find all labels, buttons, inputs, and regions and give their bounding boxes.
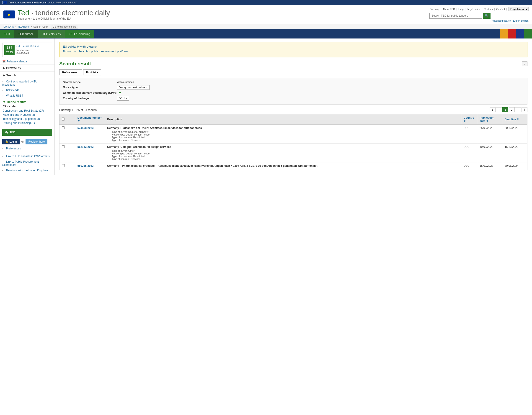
scope-row-scope: Search scope: Active notices <box>63 81 524 84</box>
cookies-link[interactable]: Cookies <box>484 8 493 10</box>
contact-link[interactable]: Contact <box>496 8 505 10</box>
page-last-btn[interactable]: ⟫ <box>522 107 527 112</box>
row-pubdate-1: 19/09/2023 <box>477 144 502 162</box>
cpv-filter-icon[interactable]: ▼ <box>118 91 122 95</box>
header: ★ Ted · tenders electronic daily Supplem… <box>0 5 532 24</box>
how-to-link[interactable]: How do you know? <box>56 1 77 4</box>
row-description-2: Germany – Pharmaceutical products – Absc… <box>105 162 461 170</box>
table-row: 574468-2023 Germany–Rüdesheim am Rhein: … <box>59 125 527 144</box>
expert-search-link[interactable]: Expert search <box>513 19 529 22</box>
print-list-button[interactable]: Print list ▾ <box>83 69 101 75</box>
tooltip-wrapper: Go to eTendering site <box>51 25 78 28</box>
scope-label: Search scope: <box>63 81 115 84</box>
legal-notice-link[interactable]: Legal notice <box>467 8 480 10</box>
nav-tab-simap[interactable]: TED SIMAP <box>14 30 38 38</box>
page-prev-btn[interactable]: ‹ <box>496 107 502 112</box>
advanced-search-link[interactable]: Advanced search <box>492 19 511 22</box>
notice-type-remove[interactable]: ✕ <box>146 86 148 89</box>
row-docnum-1: 562153-2023 <box>75 144 105 162</box>
my-ted-actions: 🔒 Log in or Register here <box>0 138 55 146</box>
rss-feeds-link[interactable]: RSS feeds <box>4 88 21 92</box>
header-deadline[interactable]: Deadline ⇕ <box>502 114 527 125</box>
etendering-tooltip-btn[interactable]: Go to eTendering site <box>51 25 78 28</box>
row-checkbox-0[interactable] <box>62 126 65 129</box>
showing-text: Showing 1 – 25 of 31 results <box>59 108 97 112</box>
sitemap-link[interactable]: Site map <box>429 8 439 10</box>
cpv-item-0[interactable]: Construction and Real Estate (27) <box>3 109 52 113</box>
header-pubdate[interactable]: Publication date ⇕ <box>477 114 502 125</box>
logo-text: Ted · tenders electronic daily Supplemen… <box>18 9 110 20</box>
results-table: Document number ▼ Description Country ⇕ … <box>59 114 527 170</box>
row-pubdate-2: 15/09/2023 <box>477 162 502 170</box>
page-2-btn[interactable]: 2 <box>509 107 515 112</box>
help-link[interactable]: Help <box>458 8 464 10</box>
page-next-btn[interactable]: › <box>515 107 521 112</box>
row-docnum-0: 574468-2023 <box>75 125 105 144</box>
relations-uk-link[interactable]: Relations with the United Kingdom <box>4 168 50 173</box>
row-checkbox-cell <box>59 144 67 162</box>
breadcrumb-ted-home[interactable]: TED home <box>18 25 30 28</box>
country-remove[interactable]: ✕ <box>125 97 127 100</box>
desc-buyer-1: Type of buyer: Other <box>107 149 459 152</box>
login-button[interactable]: 🔒 Log in <box>2 139 19 144</box>
header-country[interactable]: Country ⇕ <box>461 114 477 125</box>
cpv-item-3[interactable]: Printing and Publishing (1) <box>3 121 52 125</box>
link-procurement-link[interactable]: Link to Public Procurement Scoreboard <box>2 159 39 167</box>
search-row: 🔍 <box>429 13 529 19</box>
cpv-item-2[interactable]: Technology and Equipment (3) <box>3 117 52 121</box>
doc-link-1[interactable]: 562153-2023 <box>77 145 94 148</box>
link-csv-link[interactable]: Link to TED subsets in CSV formats <box>4 154 52 158</box>
language-selector[interactable]: English (en) <box>508 7 529 11</box>
cpv-scope-label: Common procurement vocabulary (CPV): <box>63 91 116 94</box>
color-block-2 <box>508 29 516 38</box>
nav-tab-enotices[interactable]: TED eNotices <box>38 30 65 38</box>
refine-search-button[interactable]: Refine search <box>59 69 82 75</box>
header-docnum[interactable]: Document number ▼ <box>75 114 105 125</box>
browse-by-toggle[interactable]: ▶ Browse by <box>3 66 52 70</box>
nav-tab-etendering[interactable]: TED eTendering <box>65 30 94 38</box>
page-first-btn[interactable]: ⟪ <box>490 107 495 112</box>
preferences-link[interactable]: Preferences <box>4 146 23 151</box>
search-input[interactable] <box>429 13 482 19</box>
select-all-checkbox[interactable] <box>62 118 65 120</box>
pagination: ⟪ ‹ 1 2 › ⟫ <box>490 107 527 112</box>
refine-results-section: ▼ Refine results CPV code Construction a… <box>0 98 55 127</box>
doc-link-0[interactable]: 574468-2023 <box>77 126 94 129</box>
about-ted-link[interactable]: About TED <box>443 8 455 10</box>
preferences-wrapper: · Preferences <box>0 146 55 151</box>
ukraine-link[interactable]: EU solidarity with Ukraine <box>63 45 524 48</box>
refine-results-toggle[interactable]: ▼ Refine results <box>3 100 52 104</box>
country-label: Country of the buyer: <box>63 97 115 100</box>
search-button[interactable]: 🔍 <box>483 13 491 19</box>
top-nav: Site map | About TED | Help | Legal noti… <box>429 7 529 11</box>
row-checkbox-2[interactable] <box>62 164 65 167</box>
prozorro-link[interactable]: Prozorro+: Ukrainian public procurement … <box>63 50 524 53</box>
country-tag: DEU ✕ <box>117 96 129 101</box>
page-1-btn[interactable]: 1 <box>502 107 508 112</box>
search-toggle[interactable]: ▶ Search <box>3 74 52 77</box>
nav-tab-ted[interactable]: TED <box>0 30 14 38</box>
cpv-item-1[interactable]: Materials and Products (3) <box>3 113 52 117</box>
row-country-0: DEU <box>461 125 477 144</box>
row-checkbox-cell <box>59 125 67 144</box>
breadcrumb-europa[interactable]: EUROPA <box>3 25 14 28</box>
link-procurement-wrapper: · Link to Public Procurement Scoreboard <box>0 159 55 168</box>
oj-year: 2023 <box>6 50 13 54</box>
release-calendar-link[interactable]: 📅 Release calendar <box>0 59 55 64</box>
action-row: Refine search Print list ▾ <box>59 69 527 75</box>
notice-banner: EU solidarity with Ukraine Prozorro+: Uk… <box>59 42 527 57</box>
eu-logo-flag: ★ <box>3 10 15 18</box>
desc-procedure-1: Type of procedure: Restricted <box>107 155 459 158</box>
contracts-link[interactable]: Contracts awarded by EU Institutions <box>2 79 37 87</box>
row-checkbox-1[interactable] <box>62 145 65 148</box>
register-button[interactable]: Register here <box>26 139 48 144</box>
supplement-text: Supplement to the Official Journal of th… <box>18 17 110 20</box>
doc-link-2[interactable]: 559235-2023 <box>77 164 94 167</box>
what-rss-link[interactable]: What is RSS? <box>4 93 26 98</box>
oj-issue-link[interactable]: OJ S current issue <box>16 45 39 48</box>
eu-flag-icon: 🇪🇺 <box>2 1 7 4</box>
row-pubdate-0: 25/09/2023 <box>477 125 502 144</box>
row-deadline-0: 20/10/2023 <box>502 125 527 144</box>
help-button[interactable]: ? <box>522 62 527 66</box>
result-header: Search result ? <box>59 61 527 67</box>
